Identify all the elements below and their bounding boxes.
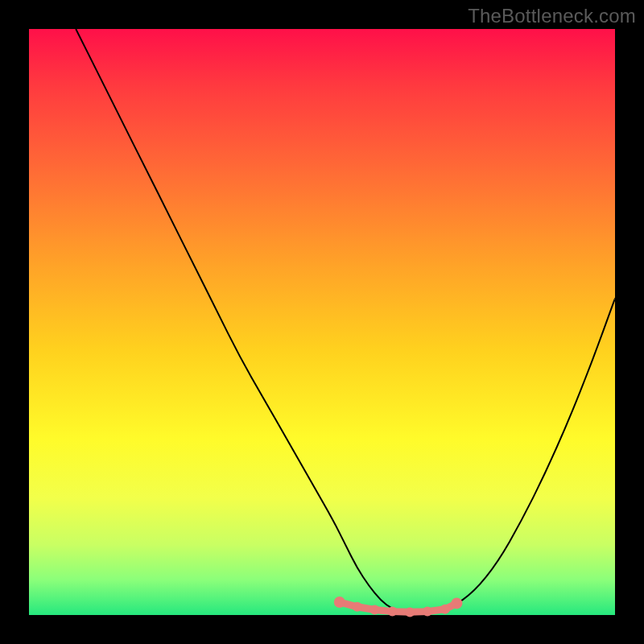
marker-dot [387,607,397,617]
marker-dot [423,607,432,617]
marker-dot [405,607,415,617]
marker-dot [353,602,362,612]
watermark-text: TheBottleneck.com [468,5,636,27]
chart-frame: TheBottleneck.com [0,0,644,644]
marker-dot [334,597,345,608]
marker-dot [440,605,450,614]
bottleneck-chart [0,0,644,644]
plot-background [29,29,615,615]
marker-dot [370,605,380,614]
marker-dot [451,597,462,609]
